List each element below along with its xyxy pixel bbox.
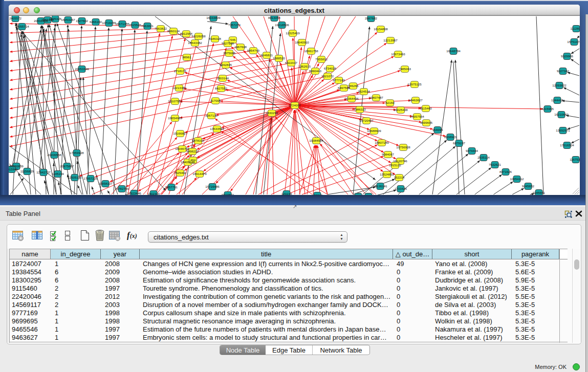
- svg-text:13524851: 13524851: [380, 172, 394, 176]
- svg-text:3267130: 3267130: [205, 114, 218, 117]
- svg-text:3624534: 3624534: [358, 90, 371, 93]
- svg-text:1167533: 1167533: [570, 158, 580, 161]
- svg-text:9699695: 9699695: [420, 121, 433, 124]
- svg-text:2803144: 2803144: [216, 76, 229, 80]
- svg-text:16033809: 16033809: [206, 16, 221, 19]
- svg-text:12213967: 12213967: [383, 38, 398, 42]
- svg-text:9084067: 9084067: [382, 152, 395, 156]
- svg-text:12505135: 12505135: [68, 176, 82, 179]
- svg-text:9242845: 9242845: [220, 63, 232, 67]
- svg-text:10688609: 10688609: [367, 129, 381, 133]
- svg-text:2405572: 2405572: [9, 16, 22, 20]
- svg-text:12325419: 12325419: [286, 31, 300, 35]
- svg-text:16543382: 16543382: [188, 41, 202, 45]
- svg-text:14055714: 14055714: [15, 25, 29, 28]
- svg-text:6322037: 6322037: [285, 61, 298, 64]
- svg-text:9327508: 9327508: [222, 41, 234, 45]
- svg-text:6466160: 6466160: [90, 20, 102, 24]
- svg-text:7955812: 7955812: [315, 57, 328, 61]
- svg-text:8186328: 8186328: [209, 37, 222, 40]
- svg-text:10958107: 10958107: [98, 182, 113, 185]
- svg-text:53226058: 53226058: [191, 34, 206, 38]
- svg-text:546: 546: [230, 38, 236, 41]
- svg-text:19654983: 19654983: [168, 116, 182, 120]
- svg-text:1112804: 1112804: [570, 27, 580, 30]
- svg-text:3875685: 3875685: [223, 51, 236, 55]
- svg-text:16107552: 16107552: [168, 99, 182, 103]
- svg-text:18640910: 18640910: [295, 40, 309, 44]
- svg-text:2830293: 2830293: [266, 111, 278, 115]
- svg-text:15720407: 15720407: [359, 119, 374, 122]
- svg-text:19756928: 19756928: [396, 145, 410, 149]
- svg-text:17359928: 17359928: [70, 151, 84, 155]
- svg-text:1588520: 1588520: [273, 56, 286, 60]
- svg-text:16782759: 16782759: [115, 187, 129, 190]
- svg-text:15716485: 15716485: [205, 185, 220, 188]
- svg-text:17957225: 17957225: [83, 177, 98, 180]
- svg-text:6497568: 6497568: [338, 86, 351, 90]
- svg-text:9245652: 9245652: [522, 184, 535, 188]
- svg-text:317006: 317006: [210, 99, 221, 102]
- svg-text:12942737: 12942737: [36, 170, 51, 174]
- svg-text:9474444: 9474444: [466, 149, 478, 152]
- svg-text:1621072: 1621072: [321, 74, 334, 78]
- svg-text:1362615: 1362615: [298, 64, 311, 68]
- svg-text:3915941: 3915941: [9, 167, 18, 171]
- svg-text:1244415: 1244415: [551, 98, 564, 102]
- svg-text:13692971: 13692971: [556, 128, 570, 132]
- svg-text:15751074: 15751074: [567, 40, 580, 43]
- svg-text:19218506: 19218506: [275, 23, 289, 27]
- svg-text:6734028: 6734028: [324, 67, 337, 70]
- svg-text:1724007: 1724007: [289, 103, 301, 107]
- svg-text:6879197: 6879197: [453, 141, 466, 145]
- svg-text:16914479: 16914479: [192, 172, 207, 176]
- svg-text:13533594: 13533594: [210, 127, 224, 130]
- svg-text:10973493: 10973493: [391, 52, 405, 56]
- svg-text:8454749: 8454749: [247, 49, 260, 52]
- svg-text:9498222: 9498222: [186, 149, 199, 153]
- svg-text:252214: 252214: [394, 176, 405, 179]
- svg-text:12975125: 12975125: [407, 82, 422, 86]
- svg-text:2718176: 2718176: [174, 69, 187, 73]
- svg-text:20975867: 20975867: [60, 164, 74, 168]
- svg-text:12923446: 12923446: [127, 191, 141, 195]
- svg-text:9115460: 9115460: [420, 106, 432, 110]
- svg-text:10654112: 10654112: [510, 177, 524, 181]
- svg-text:9777169: 9777169: [333, 78, 345, 82]
- svg-text:7515526: 7515526: [129, 23, 142, 27]
- svg-text:8912954: 8912954: [180, 32, 193, 35]
- svg-text:7625402: 7625402: [174, 171, 187, 174]
- svg-text:16671355: 16671355: [115, 22, 129, 26]
- svg-text:2967608: 2967608: [234, 45, 247, 49]
- svg-text:24957564: 24957564: [410, 115, 424, 118]
- svg-text:18463627: 18463627: [408, 98, 423, 102]
- svg-text:12213389: 12213389: [172, 86, 186, 90]
- svg-text:2935114: 2935114: [477, 156, 490, 159]
- svg-text:10025438: 10025438: [394, 108, 408, 112]
- svg-text:9857791: 9857791: [165, 185, 178, 189]
- svg-text:7986322: 7986322: [354, 107, 366, 111]
- svg-text:164095: 164095: [432, 128, 443, 132]
- svg-text:16120746: 16120746: [393, 159, 407, 163]
- svg-text:1815132: 1815132: [389, 163, 402, 167]
- svg-text:20206558: 20206558: [47, 153, 61, 157]
- svg-text:1145194: 1145194: [52, 172, 64, 176]
- svg-text:19166827: 19166827: [173, 132, 187, 135]
- svg-text:2887682: 2887682: [365, 16, 378, 20]
- svg-text:18807249: 18807249: [375, 141, 389, 144]
- svg-text:17016504: 17016504: [560, 143, 574, 147]
- svg-text:16154808: 16154808: [374, 27, 388, 31]
- svg-text:16961758: 16961758: [304, 49, 318, 53]
- svg-text:10807487: 10807487: [369, 96, 383, 99]
- svg-text:12093822: 12093822: [552, 83, 567, 87]
- svg-text:9245651: 9245651: [533, 191, 546, 194]
- svg-text:8813054: 8813054: [268, 16, 281, 19]
- svg-text:8990443: 8990443: [309, 69, 322, 73]
- svg-text:98961: 98961: [182, 55, 191, 59]
- svg-text:15136141: 15136141: [373, 184, 387, 188]
- svg-text:7485063: 7485063: [399, 67, 411, 71]
- svg-text:1733426: 1733426: [395, 187, 407, 190]
- svg-text:8427552: 8427552: [215, 86, 228, 90]
- svg-text:7357274: 7357274: [228, 23, 241, 27]
- svg-text:9329966: 9329966: [561, 54, 574, 58]
